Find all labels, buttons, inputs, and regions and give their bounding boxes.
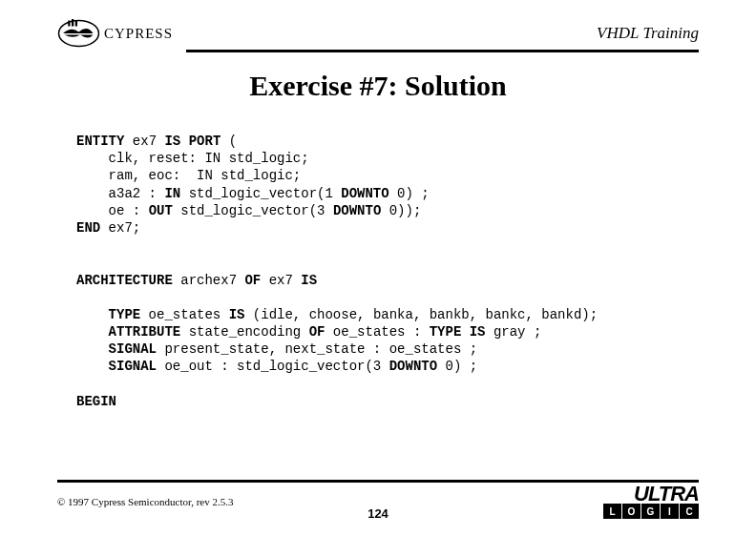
- kw-signal: SIGNAL: [109, 341, 157, 357]
- ultra-sub-letter: I: [661, 504, 680, 519]
- end-name: ex7;: [100, 220, 140, 236]
- ultra-sub-letter: C: [680, 504, 699, 519]
- svg-rect-1: [68, 21, 70, 27]
- attr-decl: gray ;: [486, 324, 542, 340]
- cypress-logo-icon: [57, 19, 100, 48]
- ultra-logo-sub: L O G I C: [603, 504, 699, 519]
- copyright-text: © 1997 Cypress Semiconductor, rev 2.5.3: [57, 496, 234, 507]
- kw-port: PORT: [189, 134, 221, 149]
- svg-rect-2: [72, 19, 74, 27]
- type-decl: (idle, choose, banka, bankb, bankc, bank…: [244, 307, 598, 322]
- kw-entity: ENTITY: [76, 134, 124, 149]
- page-header: CYPRESS VHDL Training: [0, 0, 756, 48]
- ultra-logo-text: ULTRA: [634, 484, 699, 504]
- kw-downto: DOWNTO: [389, 359, 437, 374]
- port-line: 0));: [381, 203, 421, 218]
- kw-begin: BEGIN: [76, 394, 116, 409]
- kw-out: OUT: [149, 203, 173, 218]
- port-line: oe :: [109, 203, 149, 218]
- kw-arch: ARCHITECTURE: [76, 273, 173, 288]
- footer-rule: [57, 480, 699, 483]
- of-name: ex7: [261, 273, 301, 288]
- arch-name: archex7: [173, 273, 245, 288]
- kw-of: OF: [309, 324, 326, 340]
- entity-name: ex7: [133, 134, 157, 149]
- port-line: std_logic_vector(1: [180, 186, 341, 201]
- signal-decl: 0) ;: [437, 359, 477, 374]
- cypress-logo-text: CYPRESS: [104, 26, 173, 42]
- cypress-logo: CYPRESS: [57, 19, 173, 48]
- signal-decl: oe_out : std_logic_vector(3: [157, 359, 389, 374]
- paren: (: [229, 134, 237, 149]
- ultra-sub-letter: L: [603, 504, 622, 519]
- header-title: VHDL Training: [597, 24, 699, 43]
- kw-is: IS: [301, 273, 317, 288]
- kw-in: IN: [164, 186, 180, 201]
- port-line: clk, reset: IN std_logic;: [109, 151, 309, 166]
- header-rule: [186, 50, 699, 52]
- ultra-sub-letter: G: [641, 504, 661, 519]
- kw-downto: DOWNTO: [341, 186, 388, 201]
- kw-type: TYPE: [109, 307, 141, 322]
- kw-of: OF: [244, 273, 261, 288]
- page-footer: © 1997 Cypress Semiconductor, rev 2.5.3 …: [57, 484, 699, 519]
- port-line: ram, eoc: IN std_logic;: [109, 168, 302, 183]
- kw-downto: DOWNTO: [333, 203, 381, 218]
- page-title: Exercise #7: Solution: [0, 70, 756, 102]
- kw-attribute: ATTRIBUTE: [109, 324, 181, 340]
- vhdl-code: ENTITY ex7 IS PORT ( clk, reset: IN std_…: [0, 133, 756, 410]
- page-number: 124: [368, 506, 388, 521]
- port-line: 0) ;: [389, 186, 430, 201]
- port-line: a3a2 :: [109, 186, 165, 201]
- attr-decl: oe_states :: [325, 324, 429, 340]
- signal-decl: present_state, next_state : oe_states ;: [157, 341, 477, 357]
- kw-signal: SIGNAL: [109, 359, 157, 374]
- attr-decl: state_encoding: [180, 324, 308, 340]
- ultra-sub-letter: O: [622, 504, 641, 519]
- kw-is: IS: [229, 307, 245, 322]
- ultra-logo: ULTRA L O G I C: [603, 484, 699, 519]
- kw-end: END: [76, 220, 100, 236]
- svg-rect-3: [75, 21, 77, 27]
- kw-is: IS: [164, 134, 180, 149]
- type-decl: oe_states: [140, 307, 228, 322]
- port-line: std_logic_vector(3: [173, 203, 333, 218]
- kw-typeis: TYPE IS: [430, 324, 486, 340]
